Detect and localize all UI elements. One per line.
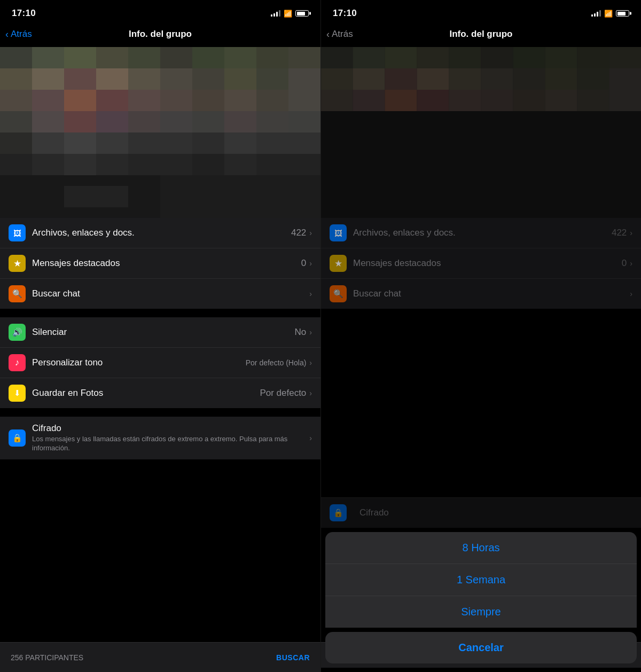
back-label-right: Atrás — [332, 29, 353, 40]
svg-rect-89 — [449, 90, 481, 111]
svg-rect-57 — [192, 154, 224, 175]
encryption-label-left: Cifrado — [32, 423, 309, 434]
svg-rect-23 — [64, 90, 96, 111]
svg-rect-37 — [192, 111, 224, 132]
tone-right-left: Por defecto (Hola) › — [246, 358, 312, 367]
svg-rect-2 — [32, 47, 64, 68]
status-time-left: 17:10 — [12, 8, 36, 19]
action-sheet: 8 Horas 1 Semana Siempre — [325, 532, 637, 628]
search-right-right: › — [630, 290, 632, 298]
search-content-right: Buscar chat — [353, 288, 630, 299]
page-title-right: Info. del grupo — [449, 29, 512, 40]
menu-item-files-right[interactable]: 🖼 Archivos, enlaces y docs. 422 › — [321, 218, 641, 248]
action-sheet-cancel[interactable]: Cancelar — [325, 632, 637, 663]
svg-rect-10 — [288, 47, 320, 68]
mute-value-left: No — [295, 327, 307, 338]
svg-rect-74 — [609, 47, 642, 68]
starred-right-right: 0 › — [622, 258, 632, 269]
mute-chevron-left: › — [309, 328, 312, 337]
svg-rect-77 — [385, 68, 417, 90]
action-sheet-8h[interactable]: 8 Horas — [325, 532, 637, 564]
svg-rect-39 — [256, 111, 288, 132]
svg-rect-27 — [192, 90, 224, 111]
search-chevron-right: › — [630, 290, 632, 298]
back-button-right[interactable]: ‹ Atrás — [326, 29, 353, 40]
starred-count-right: 0 — [622, 258, 627, 269]
section-gap-1-left — [0, 309, 320, 317]
svg-rect-79 — [449, 68, 481, 90]
svg-rect-85 — [321, 90, 353, 111]
photos-right-left: Por defecto › — [260, 388, 312, 398]
search-label-right: Buscar chat — [353, 288, 630, 299]
svg-rect-72 — [545, 47, 577, 68]
files-chevron-right: › — [630, 229, 632, 237]
svg-rect-52 — [32, 154, 64, 175]
status-bar-left: 17:10 📶 — [0, 0, 320, 24]
bottom-bar-left: 256 PARTICIPANTES BUSCAR — [0, 642, 320, 672]
page-title-left: Info. del grupo — [129, 29, 192, 40]
photos-chevron-left: › — [309, 389, 312, 397]
mute-label-left: Silenciar — [32, 327, 295, 338]
search-icon-left: 🔍 — [9, 285, 26, 302]
wifi-icon-left: 📶 — [284, 10, 292, 18]
svg-rect-9 — [256, 47, 288, 68]
svg-rect-48 — [224, 132, 256, 154]
lock-icon-right: 🔒 — [330, 504, 347, 521]
svg-rect-34 — [96, 111, 128, 132]
svg-rect-71 — [513, 47, 545, 68]
menu-item-photos-left[interactable]: ⬇ Guardar en Fotos Por defecto › — [0, 378, 320, 408]
starred-chevron-right: › — [630, 259, 632, 268]
svg-rect-73 — [577, 47, 609, 68]
menu-section-2-left: 🔊 Silenciar No › ♪ Personalizar tono Por… — [0, 317, 320, 408]
svg-rect-70 — [481, 47, 513, 68]
option-always-label: Siempre — [461, 606, 501, 618]
menu-item-starred-right[interactable]: ★ Mensajes destacados 0 › — [321, 248, 641, 279]
menu-item-mute-left[interactable]: 🔊 Silenciar No › — [0, 317, 320, 348]
encryption-right-left: › — [309, 434, 312, 442]
svg-rect-19 — [256, 68, 288, 90]
buscar-button-left[interactable]: BUSCAR — [276, 653, 310, 662]
files-content-right: Archivos, enlaces y docs. — [353, 228, 612, 238]
search-label-left: Buscar chat — [32, 288, 309, 299]
svg-rect-26 — [160, 90, 192, 111]
status-icons-left: 📶 — [271, 10, 309, 18]
photos-value-left: Por defecto — [260, 388, 306, 398]
svg-rect-59 — [256, 154, 288, 175]
bottom-spacer — [321, 668, 641, 672]
svg-rect-21 — [0, 90, 32, 111]
svg-rect-14 — [96, 68, 128, 90]
menu-item-search-right[interactable]: 🔍 Buscar chat › — [321, 279, 641, 309]
tone-content-left: Personalizar tono — [32, 357, 246, 368]
menu-item-starred-left[interactable]: ★ Mensajes destacados 0 › — [0, 248, 320, 279]
right-phone-panel: 17:10 📶 ‹ Atrás Info. del grupo — [320, 0, 641, 672]
svg-rect-42 — [32, 132, 64, 154]
svg-rect-8 — [224, 47, 256, 68]
action-sheet-overlay: 🔒 Cifrado 8 Horas 1 Semana Siempre Cance… — [321, 497, 641, 672]
search-content-left: Buscar chat — [32, 288, 309, 299]
action-sheet-1w[interactable]: 1 Semana — [325, 564, 637, 596]
cifrado-peek: 🔒 Cifrado — [321, 497, 641, 528]
menu-item-search-left[interactable]: 🔍 Buscar chat › — [0, 279, 320, 309]
svg-rect-50 — [288, 132, 320, 154]
svg-rect-95 — [321, 111, 641, 218]
menu-item-encryption-left[interactable]: 🔒 Cifrado Los mensajes y las llamadas es… — [0, 417, 320, 459]
wifi-icon-right: 📶 — [604, 10, 613, 18]
svg-rect-81 — [513, 68, 545, 90]
svg-rect-32 — [32, 111, 64, 132]
svg-rect-90 — [481, 90, 513, 111]
menu-item-tone-left[interactable]: ♪ Personalizar tono Por defecto (Hola) › — [0, 348, 320, 378]
svg-rect-28 — [224, 90, 256, 111]
svg-rect-33 — [64, 111, 96, 132]
svg-rect-13 — [64, 68, 96, 90]
photos-icon-left: ⬇ — [9, 385, 26, 402]
menu-item-files-left[interactable]: 🖼 Archivos, enlaces y docs. 422 › — [0, 218, 320, 248]
svg-rect-29 — [256, 90, 288, 111]
nav-bar-left: ‹ Atrás Info. del grupo — [0, 24, 320, 47]
svg-rect-69 — [449, 47, 481, 68]
files-count-right: 422 — [612, 228, 627, 238]
back-button-left[interactable]: ‹ Atrás — [5, 29, 32, 40]
encryption-chevron-left: › — [309, 434, 312, 442]
action-sheet-always[interactable]: Siempre — [325, 596, 637, 628]
svg-rect-22 — [32, 90, 64, 111]
svg-rect-80 — [481, 68, 513, 90]
